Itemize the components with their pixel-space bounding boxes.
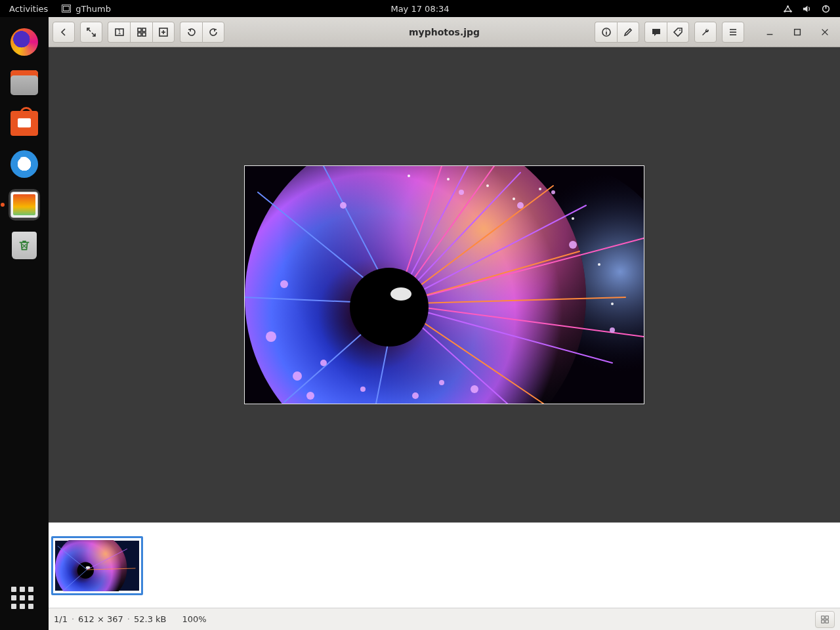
dock-files[interactable] [9, 67, 40, 98]
fit-width-icon: 1 [114, 27, 125, 37]
firefox-icon [10, 28, 38, 56]
fit-window-button[interactable] [130, 22, 152, 43]
tools-button[interactable] [694, 22, 717, 43]
dock-help[interactable]: ? [9, 148, 40, 180]
svg-rect-86 [826, 620, 828, 622]
status-zoom: 100% [182, 614, 207, 624]
svg-point-64 [306, 392, 314, 400]
fullscreen-icon [86, 27, 96, 37]
svg-point-71 [408, 175, 410, 177]
app-menu[interactable]: gThumb [57, 3, 115, 14]
svg-point-59 [471, 385, 478, 393]
svg-point-61 [412, 392, 419, 399]
browser-view-button[interactable] [815, 611, 835, 628]
svg-point-49 [350, 268, 429, 346]
fullscreen-button[interactable] [80, 22, 102, 43]
close-icon [820, 28, 830, 37]
fit-width-button[interactable]: 1 [108, 22, 130, 43]
meta-group [644, 22, 689, 43]
gthumb-icon [10, 192, 38, 218]
rotate-left-button[interactable] [180, 22, 202, 43]
svg-point-57 [569, 241, 577, 249]
svg-point-70 [447, 178, 450, 180]
comment-icon [651, 27, 662, 37]
edit-icon [623, 27, 633, 37]
displayed-image [245, 166, 644, 404]
info-icon [601, 27, 612, 37]
svg-rect-85 [822, 620, 824, 622]
svg-rect-24 [795, 29, 801, 35]
gnome-top-panel: Activities gThumb May 17 08:34 [0, 0, 840, 17]
minimize-icon [765, 28, 774, 37]
files-icon [10, 70, 38, 95]
dock-trash[interactable] [9, 230, 40, 261]
headerbar: 1 myphotos.jpg [49, 17, 840, 47]
svg-point-62 [610, 327, 615, 333]
panel-clock[interactable]: May 17 08:34 [390, 4, 449, 14]
window-minimize-button[interactable] [759, 22, 781, 43]
edit-image-button[interactable] [617, 22, 639, 43]
dock-software[interactable] [9, 108, 40, 139]
svg-rect-1 [64, 7, 70, 11]
thumbnail-bar [49, 522, 840, 608]
volume-icon [802, 4, 812, 14]
back-button[interactable] [52, 22, 75, 43]
svg-rect-9 [138, 28, 141, 32]
svg-point-19 [679, 30, 681, 31]
svg-point-63 [266, 331, 276, 342]
svg-point-54 [340, 202, 346, 209]
network-icon [783, 4, 793, 14]
image-viewer-area[interactable] [49, 47, 840, 522]
svg-point-52 [320, 360, 327, 366]
properties-button[interactable] [595, 22, 617, 43]
system-tray[interactable] [783, 4, 840, 14]
svg-point-18 [606, 29, 607, 30]
activities-button[interactable]: Activities [0, 4, 57, 14]
status-dimensions: 612 × 367 [78, 614, 123, 624]
svg-point-73 [611, 303, 614, 305]
thumbnail-image [55, 540, 139, 591]
back-icon [58, 27, 69, 37]
svg-point-60 [439, 380, 444, 385]
dock-firefox[interactable] [9, 26, 40, 58]
svg-text:1: 1 [117, 30, 121, 35]
dock-gthumb[interactable] [9, 189, 40, 220]
fit-button-group: 1 [108, 22, 175, 43]
info-edit-group [595, 22, 639, 43]
thumbnail-selected[interactable] [51, 536, 143, 595]
gthumb-window: 1 myphotos.jpg [49, 17, 840, 630]
zoom-100-icon [158, 27, 169, 37]
trash-icon [12, 232, 37, 259]
thumbnails-icon [820, 615, 830, 624]
rotate-right-icon [208, 27, 219, 37]
svg-rect-11 [138, 33, 141, 36]
zoom-100-button[interactable] [152, 22, 175, 43]
rotate-right-button[interactable] [202, 22, 224, 43]
window-maximize-button[interactable] [786, 22, 808, 43]
image-frame [244, 165, 644, 404]
ubuntu-dock: ? [0, 17, 49, 630]
rotate-left-icon [186, 27, 197, 37]
hamburger-menu-button[interactable] [722, 22, 744, 43]
svg-point-65 [360, 387, 366, 392]
tags-button[interactable] [667, 22, 689, 43]
svg-point-68 [539, 188, 541, 190]
help-icon: ? [10, 150, 38, 178]
status-bar: 1/1·612 × 367·52.3 kB 100% [49, 608, 840, 630]
svg-point-72 [598, 263, 600, 266]
comment-button[interactable] [644, 22, 667, 43]
software-icon [10, 111, 38, 136]
status-filesize: 52.3 kB [134, 614, 167, 624]
svg-rect-83 [822, 616, 824, 618]
svg-point-51 [293, 371, 302, 381]
svg-point-56 [517, 202, 524, 209]
tools-icon [700, 27, 711, 37]
window-title: myphotos.jpg [409, 27, 480, 37]
svg-point-55 [459, 190, 464, 195]
svg-point-58 [551, 190, 555, 194]
show-applications-button[interactable] [11, 587, 37, 613]
svg-rect-12 [142, 33, 146, 36]
svg-point-50 [390, 287, 411, 301]
window-close-button[interactable] [814, 22, 836, 43]
app-menu-label: gThumb [75, 4, 111, 14]
